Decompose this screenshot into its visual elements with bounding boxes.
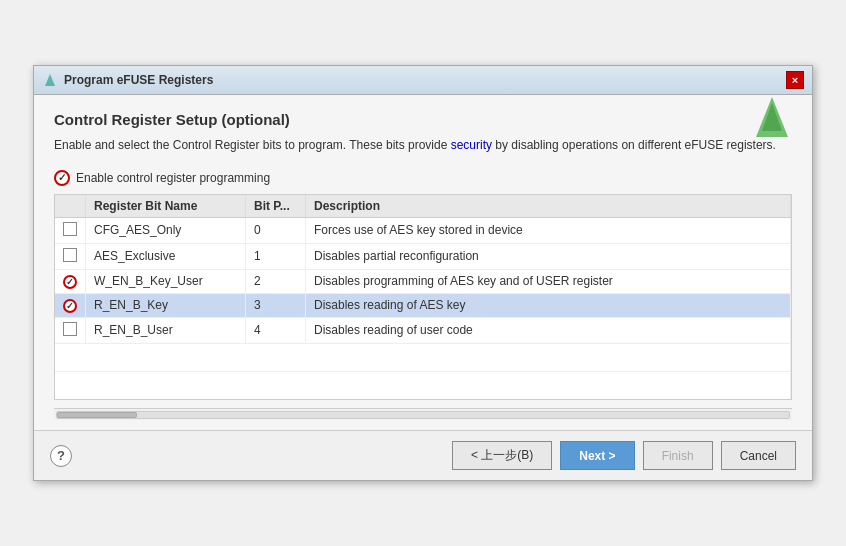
enable-checkmark: ✓ bbox=[58, 172, 66, 183]
table-row[interactable]: CFG_AES_Only 0 Forces use of AES key sto… bbox=[55, 217, 791, 243]
row-1-checkbox[interactable] bbox=[63, 248, 77, 262]
row-0-bit: 0 bbox=[246, 217, 306, 243]
row-1-name: AES_Exclusive bbox=[86, 243, 246, 269]
enable-checkbox[interactable]: ✓ bbox=[54, 170, 70, 186]
description: Enable and select the Control Register b… bbox=[54, 136, 792, 154]
enable-label: Enable control register programming bbox=[76, 171, 270, 185]
row-3-checkmark: ✓ bbox=[66, 301, 74, 311]
close-button[interactable]: × bbox=[786, 71, 804, 89]
row-4-name: R_EN_B_User bbox=[86, 317, 246, 343]
dialog-footer: ? < 上一步(B) Next > Finish Cancel bbox=[34, 430, 812, 480]
row-2-checkmark: ✓ bbox=[66, 277, 74, 287]
row-1-desc: Disables partial reconfiguration bbox=[306, 243, 791, 269]
row-0-checkbox-cell[interactable] bbox=[55, 217, 86, 243]
row-2-checkbox[interactable]: ✓ bbox=[63, 275, 77, 289]
row-4-checkbox-cell[interactable] bbox=[55, 317, 86, 343]
brand-logo bbox=[752, 95, 792, 139]
table-row[interactable]: ✓ W_EN_B_Key_User 2 Disables programming… bbox=[55, 269, 791, 293]
desc-text-2: by disabling operations on different eFU… bbox=[492, 138, 776, 152]
svg-marker-0 bbox=[45, 74, 55, 86]
enable-checkbox-row[interactable]: ✓ Enable control register programming bbox=[54, 170, 792, 186]
row-3-checkbox-cell[interactable]: ✓ bbox=[55, 293, 86, 317]
row-0-name: CFG_AES_Only bbox=[86, 217, 246, 243]
row-4-checkbox[interactable] bbox=[63, 322, 77, 336]
table-row[interactable]: ✓ R_EN_B_Key 3 Disables reading of AES k… bbox=[55, 293, 791, 317]
row-3-desc: Disables reading of AES key bbox=[306, 293, 791, 317]
desc-text-1: Enable and select the Control Register b… bbox=[54, 138, 451, 152]
row-2-checkbox-cell[interactable]: ✓ bbox=[55, 269, 86, 293]
horizontal-scrollbar[interactable] bbox=[54, 408, 792, 420]
main-content: Control Register Setup (optional) Enable… bbox=[34, 95, 812, 431]
col-header-checkbox bbox=[55, 195, 86, 218]
row-4-desc: Disables reading of user code bbox=[306, 317, 791, 343]
row-2-name: W_EN_B_Key_User bbox=[86, 269, 246, 293]
register-table-container: Register Bit Name Bit P... Description C… bbox=[54, 194, 792, 401]
button-group: < 上一步(B) Next > Finish Cancel bbox=[452, 441, 796, 470]
row-4-bit: 4 bbox=[246, 317, 306, 343]
scrollbar-track[interactable] bbox=[56, 411, 790, 419]
window-title: Program eFUSE Registers bbox=[64, 73, 213, 87]
row-1-bit: 1 bbox=[246, 243, 306, 269]
row-0-checkbox[interactable] bbox=[63, 222, 77, 236]
next-button[interactable]: Next > bbox=[560, 441, 634, 470]
col-header-bit: Bit P... bbox=[246, 195, 306, 218]
desc-highlight: security bbox=[451, 138, 492, 152]
row-3-bit: 3 bbox=[246, 293, 306, 317]
cancel-button[interactable]: Cancel bbox=[721, 441, 796, 470]
col-header-name: Register Bit Name bbox=[86, 195, 246, 218]
table-row-empty bbox=[55, 343, 791, 371]
section-title: Control Register Setup (optional) bbox=[54, 111, 792, 128]
back-button[interactable]: < 上一步(B) bbox=[452, 441, 552, 470]
title-bar: Program eFUSE Registers × bbox=[34, 66, 812, 95]
row-0-desc: Forces use of AES key stored in device bbox=[306, 217, 791, 243]
help-button[interactable]: ? bbox=[50, 445, 72, 467]
register-table: Register Bit Name Bit P... Description C… bbox=[55, 195, 791, 400]
col-header-desc: Description bbox=[306, 195, 791, 218]
title-bar-left: Program eFUSE Registers bbox=[42, 72, 213, 88]
table-header: Register Bit Name Bit P... Description bbox=[55, 195, 791, 218]
row-3-checkbox[interactable]: ✓ bbox=[63, 299, 77, 313]
table-row[interactable]: R_EN_B_User 4 Disables reading of user c… bbox=[55, 317, 791, 343]
row-1-checkbox-cell[interactable] bbox=[55, 243, 86, 269]
table-row-empty bbox=[55, 371, 791, 399]
scrollbar-thumb[interactable] bbox=[57, 412, 137, 418]
table-body: CFG_AES_Only 0 Forces use of AES key sto… bbox=[55, 217, 791, 399]
dialog-window: Program eFUSE Registers × Control Regist… bbox=[33, 65, 813, 482]
row-2-bit: 2 bbox=[246, 269, 306, 293]
row-2-desc: Disables programming of AES key and of U… bbox=[306, 269, 791, 293]
finish-button[interactable]: Finish bbox=[643, 441, 713, 470]
table-row[interactable]: AES_Exclusive 1 Disables partial reconfi… bbox=[55, 243, 791, 269]
app-icon bbox=[42, 72, 58, 88]
row-3-name: R_EN_B_Key bbox=[86, 293, 246, 317]
